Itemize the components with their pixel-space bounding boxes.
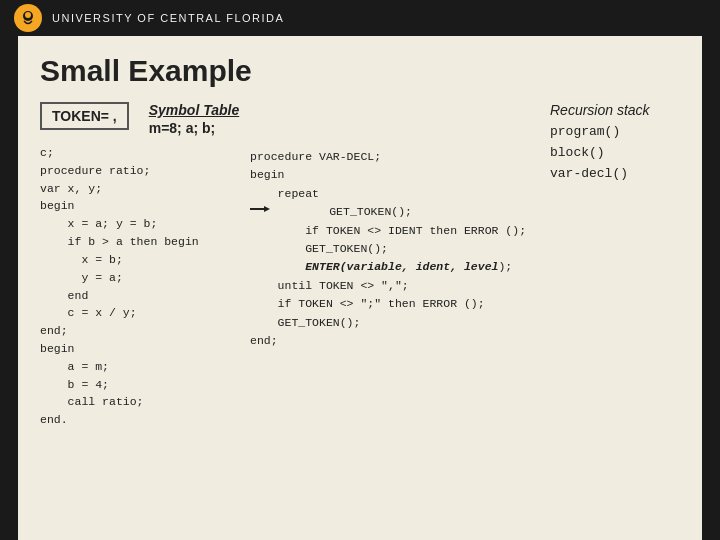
procedure-code-line: begin: [250, 166, 680, 184]
source-code: c; procedure ratio; var x, y; begin x = …: [40, 144, 230, 429]
code-text: GET_TOKEN();: [274, 203, 412, 221]
code-text: repeat: [250, 185, 319, 203]
university-name: UNIVERSITY OF CENTRAL FLORIDA: [52, 12, 284, 24]
symbol-table-value: m=8; a; b;: [149, 120, 240, 136]
procedure-code: procedure VAR-DECL;begin repeat GET_TOKE…: [250, 148, 680, 350]
content-row: c; procedure ratio; var x, y; begin x = …: [40, 144, 680, 429]
symbol-table-label: Symbol Table: [149, 102, 240, 118]
procedure-code-line: ENTER(variable, ident, level);: [250, 258, 680, 276]
procedure-code-line: repeat: [250, 185, 680, 203]
arrow-indicator: [250, 203, 274, 221]
symbol-table: Symbol Table m=8; a; b;: [149, 102, 240, 136]
procedure-code-line: procedure VAR-DECL;: [250, 148, 680, 166]
svg-marker-3: [264, 206, 270, 212]
code-text: end;: [250, 332, 278, 350]
ucf-logo: [14, 4, 42, 32]
svg-point-1: [25, 12, 31, 18]
code-text: if TOKEN <> IDENT then ERROR ();: [250, 222, 526, 240]
main-content: Small Example TOKEN= , Symbol Table m=8;…: [18, 36, 702, 540]
token-display: TOKEN= ,: [40, 102, 129, 130]
code-text: procedure VAR-DECL;: [250, 148, 381, 166]
procedure-code-line: end;: [250, 332, 680, 350]
source-code-panel: c; procedure ratio; var x, y; begin x = …: [40, 144, 230, 429]
page-title: Small Example: [40, 54, 680, 88]
procedure-code-line: until TOKEN <> ",";: [250, 277, 680, 295]
procedure-code-line: GET_TOKEN();: [250, 203, 680, 221]
code-text: until TOKEN <> ",";: [250, 277, 409, 295]
code-text: GET_TOKEN();: [250, 240, 388, 258]
code-text: begin: [250, 166, 285, 184]
code-text: if TOKEN <> ";" then ERROR ();: [250, 295, 485, 313]
header-bar: UNIVERSITY OF CENTRAL FLORIDA: [0, 0, 720, 36]
recursion-stack-title: Recursion stack: [550, 102, 680, 118]
procedure-code-line: if TOKEN <> IDENT then ERROR ();: [250, 222, 680, 240]
procedure-code-line: GET_TOKEN();: [250, 314, 680, 332]
procedure-code-line: if TOKEN <> ";" then ERROR ();: [250, 295, 680, 313]
procedure-code-line: GET_TOKEN();: [250, 240, 680, 258]
recursion-stack-item: program(): [550, 122, 680, 143]
code-text: GET_TOKEN();: [250, 314, 360, 332]
procedure-code-panel: procedure VAR-DECL;begin repeat GET_TOKE…: [230, 144, 680, 429]
